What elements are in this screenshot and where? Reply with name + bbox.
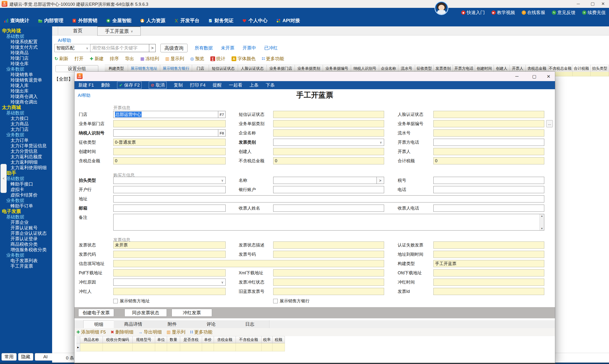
field-input[interactable] (113, 148, 225, 155)
field-input[interactable]: 0 (113, 157, 225, 164)
field-input[interactable] (273, 148, 384, 155)
field-input[interactable] (433, 186, 544, 193)
detail-toolbar-button[interactable]: ✚添加明细 F5 (76, 329, 106, 335)
advanced-query-button[interactable]: 高级查询 (160, 44, 187, 52)
quicklink-help-icon[interactable]: ?在线客服 (522, 10, 545, 16)
dialog-action-button[interactable]: 冲红发票 (172, 309, 212, 317)
field-input[interactable]: 手工开蓝票 (433, 260, 544, 267)
detail-tab[interactable]: 日志 (230, 320, 269, 328)
field-input[interactable] (433, 279, 544, 286)
sidebar-item[interactable]: 玲珑系统配置 (0, 39, 52, 44)
checkbox-icon[interactable] (273, 299, 278, 303)
field-input[interactable] (273, 279, 384, 286)
field-input[interactable] (433, 177, 544, 184)
dialog-maximize-button[interactable]: ▢ (530, 73, 539, 80)
field-select[interactable]: ∨ (273, 139, 384, 146)
menubar-item[interactable]: 个人中心 (242, 17, 267, 24)
field-input[interactable] (113, 251, 225, 258)
detail-tab[interactable]: 附件 (153, 320, 192, 328)
show-seller-bank-checkbox[interactable]: 展示销售方银行 (273, 298, 310, 304)
field-input[interactable] (273, 205, 384, 212)
sidebar-item[interactable]: 太力订单 (0, 138, 52, 143)
detail-toolbar-button[interactable]: ∷更多功能 (190, 329, 212, 335)
field-input[interactable] (273, 111, 384, 118)
sidebar-item[interactable]: 基础数据 (0, 110, 52, 116)
field-input[interactable] (273, 251, 384, 258)
field-input[interactable]: > (273, 177, 384, 184)
sidebar-item[interactable]: 玲珑商仓调出 (0, 99, 52, 105)
menubar-item[interactable]: 内部管理 (38, 17, 63, 24)
toolbar-button[interactable]: 打开 (75, 56, 83, 62)
field-ellipsis-button[interactable]: ... (546, 120, 553, 127)
dialog-toolbar-button[interactable]: 提醒 (213, 82, 222, 88)
filter-link[interactable]: 开票中 (242, 45, 256, 51)
sidebar-item[interactable]: 蜂助手订单 (0, 203, 52, 209)
scroll-down-icon[interactable]: ▼ (541, 227, 543, 230)
search-go-button[interactable]: > (149, 44, 156, 52)
dialog-toolbar-button[interactable]: 下条 (266, 82, 275, 88)
field-input[interactable] (113, 120, 225, 127)
sidebar-item[interactable]: 太力返利使用明细 (0, 165, 52, 170)
toolbar-button[interactable]: A字体颜色 (232, 56, 256, 62)
field-input[interactable]: 0 (273, 157, 384, 164)
field-input[interactable]: F8 (113, 130, 225, 137)
dialog-toolbar-button[interactable]: 复制 (174, 82, 183, 88)
field-select[interactable]: ∨ (113, 177, 225, 184)
sidebar-item[interactable]: 开票认证账号 (0, 225, 52, 231)
toolbar-button[interactable]: ◎预览 (190, 56, 204, 62)
sidebar-bottom-button[interactable]: 常用 (1, 353, 17, 361)
toolbar-button[interactable]: 排序 (110, 56, 119, 62)
close-button[interactable]: ✕ (598, 0, 608, 7)
detail-cell[interactable] (236, 343, 262, 351)
dialog-minimize-button[interactable]: ─ (512, 73, 522, 80)
sidebar-item[interactable]: 太力接口 (0, 116, 52, 121)
detail-cell[interactable] (167, 343, 180, 351)
toolbar-button[interactable]: ∷更多功能 (262, 56, 284, 62)
sidebar-item[interactable]: 电子发票列表 (0, 258, 52, 263)
menubar-item[interactable]: 开发平台 (174, 17, 199, 24)
toolbar-button[interactable]: ▦冻结列 (140, 56, 159, 62)
group-all-label[interactable]: 【全部】 (54, 76, 73, 82)
textarea-scrollbar[interactable]: ▲▼ (540, 214, 544, 230)
toolbar-button[interactable]: ↻刷新 (54, 56, 68, 62)
quicklink-rocket-icon[interactable]: ◆快速入门 (461, 10, 485, 16)
sidebar-item[interactable]: 玲珑出库 (0, 88, 52, 94)
menubar-item[interactable]: 查询统计 (4, 17, 29, 24)
dialog-close-button[interactable]: ✕ (544, 73, 553, 80)
filter-link[interactable]: 所有数据 (195, 45, 213, 51)
sidebar-item[interactable]: 基础数据 (0, 176, 52, 181)
user-avatar[interactable] (435, 1, 448, 15)
sidebar-item[interactable]: 太力返利明细 (0, 159, 52, 165)
grid-filter-cell[interactable] (591, 72, 609, 76)
sidebar-item[interactable]: 开票企业 (0, 220, 52, 225)
menubar-item[interactable]: 财务凭证 (208, 17, 233, 24)
dialog-toolbar-button[interactable]: 上条 (250, 82, 259, 88)
quicklink-play-icon[interactable]: ▶教学视频 (491, 10, 515, 16)
menubar-item[interactable]: API对接 (276, 17, 300, 24)
field-input[interactable]: ▲▼ (113, 214, 544, 231)
field-input[interactable]: 总部运营中心F7 (113, 111, 225, 118)
detail-column-header[interactable]: 税率 (262, 336, 273, 343)
sidebar-item[interactable]: 商品税收分类 (0, 241, 52, 247)
field-input[interactable] (273, 120, 384, 127)
sidebar-collapse-handle[interactable]: < (0, 164, 7, 193)
toolbar-button[interactable]: 导出 (125, 56, 134, 62)
detail-cell[interactable] (103, 343, 132, 351)
sidebar-item[interactable]: 太力分货信息 (0, 148, 52, 154)
show-seller-address-checkbox[interactable]: 展示销售方地址 (113, 298, 150, 304)
checkbox-icon[interactable] (113, 299, 118, 303)
set-group-button[interactable]: 设置分组 (55, 65, 98, 72)
detail-toolbar-button[interactable]: ▥显示列 (167, 329, 185, 335)
detail-column-header[interactable]: 税额 (273, 336, 285, 343)
sidebar-item[interactable]: 太力返利总额度 (0, 154, 52, 159)
dialog-action-button[interactable]: 同步发票状态 (124, 309, 167, 317)
sidebar-item[interactable]: 华为玲珑 (0, 28, 52, 34)
grid-filter-cell[interactable] (573, 72, 591, 76)
sidebar-item[interactable]: 基础数据 (0, 214, 52, 220)
field-input[interactable] (433, 130, 544, 137)
field-input[interactable] (433, 269, 544, 276)
sidebar-item[interactable]: 开票认证登录 (0, 236, 52, 241)
field-suffix-button[interactable]: F7 (218, 111, 225, 118)
detail-cell[interactable] (80, 343, 103, 351)
detail-column-header[interactable]: 单价 (202, 336, 214, 343)
